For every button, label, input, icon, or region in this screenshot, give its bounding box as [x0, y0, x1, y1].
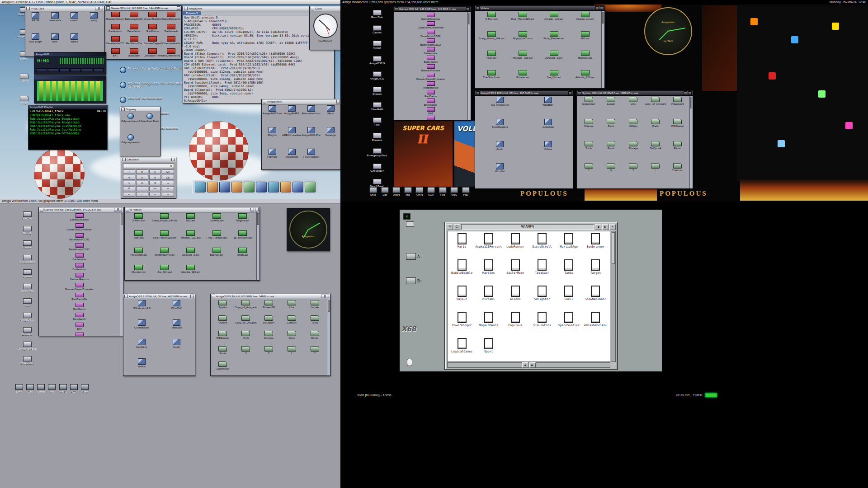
back-arrow-button[interactable] [595, 224, 601, 230]
dock-item[interactable]: Unarc [392, 187, 401, 197]
game-file-icon[interactable]: Aliens [502, 286, 528, 312]
file-icon[interactable]: OS-Version3.9 [476, 97, 524, 118]
file-icon[interactable]: Expansion [212, 361, 234, 375]
file-icon[interactable]: Junkshop [524, 119, 572, 141]
scroll-right-button[interactable] [529, 362, 536, 368]
dock-item[interactable]: Play [461, 187, 471, 197]
playlist-track[interactable]: RobrJazzCatPacyna-Boogietman [30, 117, 106, 121]
video-file-icon[interactable]: MightyJoeY.mov [152, 248, 178, 264]
game-icon[interactable]: BatmanReturns [40, 273, 119, 282]
file-icon[interactable]: Utilities [212, 315, 234, 330]
calc-key-button[interactable]: 4 [123, 175, 135, 179]
video-file-icon[interactable]: Monster.avi [507, 70, 538, 88]
game-icon[interactable]: Chocolate-Heretic-1.0.5 [144, 48, 162, 59]
vertical-scrollbar[interactable] [327, 299, 330, 375]
depth-gadget[interactable] [568, 91, 572, 95]
os39b-titlebar[interactable]: AmigaOS39 3% full, 965.9MB free, 34MB in… [211, 294, 330, 299]
game-file-icon[interactable]: SnowNaKibun! [582, 286, 609, 312]
file-icon[interactable]: WhoBld!! [160, 300, 194, 319]
os39-titlebar[interactable]: AmigaOS3.9 100% full, 0B free, 467.8MB i… [475, 91, 573, 96]
game-icon[interactable]: ConanTheCimmerian [40, 223, 119, 233]
scroll-thumb[interactable] [328, 300, 330, 312]
video-file-icon[interactable]: Batman.avi [570, 51, 600, 70]
game-icon[interactable]: BatmanCapedCrusader [40, 283, 119, 292]
file-icon[interactable]: subq [84, 12, 103, 33]
game-icon[interactable]: Saint&Greavsie [162, 12, 180, 23]
file-icon[interactable]: Trashcan [667, 163, 689, 185]
calc-key-button[interactable]: 0 [123, 186, 135, 191]
game-file-icon[interactable]: AResshaDeIkou [582, 312, 609, 338]
calc-key-button[interactable]: CE [162, 175, 174, 179]
dock-item[interactable]: ACTI [69, 384, 78, 394]
video-file-icon[interactable]: TheGrinch.avi [476, 70, 507, 88]
zoom-gadget[interactable] [684, 91, 687, 95]
file-icon[interactable]: Fonts [600, 141, 622, 163]
desktop-icon[interactable]: AmigaOS39 [363, 71, 391, 86]
depth-gadget[interactable] [255, 208, 259, 211]
prefs-icon[interactable] [268, 182, 279, 192]
dock-item[interactable]: MuI [47, 384, 57, 394]
game-icon[interactable]: CinemawareGamesp [162, 36, 180, 48]
game-icon[interactable]: BenefactorCD32 [395, 30, 467, 38]
calc-key-button[interactable]: 6 [149, 175, 161, 179]
game-icon[interactable]: Battlestorm [395, 56, 467, 64]
video-file-icon[interactable]: Jurassic_3.avi [178, 248, 203, 264]
desktop-icon[interactable]: Temp2 [14, 226, 41, 240]
stop-button[interactable] [71, 68, 81, 72]
calc-key-button[interactable]: 5 [136, 175, 148, 179]
close-gadget[interactable] [263, 100, 266, 103]
file-icon[interactable]: S [235, 346, 257, 361]
file-icon[interactable]: AmigaAMP3.readme [263, 105, 282, 127]
desktop-icon[interactable]: System [363, 87, 391, 102]
game-file-icon[interactable]: LogicalGames [448, 338, 475, 362]
game-file-icon[interactable]: BubbleBobble [448, 259, 475, 286]
calc-key-button[interactable]: +/- [149, 186, 161, 191]
close-gadget[interactable] [476, 6, 480, 10]
game-file-icon[interactable]: SDFighter [529, 286, 556, 312]
game-icon[interactable]: BardsTale [40, 333, 119, 336]
game-file-icon[interactable]: Tatakae! [529, 259, 556, 286]
depth-gadget[interactable] [688, 91, 692, 95]
file-icon[interactable]: OdysseyLauncher [121, 113, 140, 134]
calc-key-button[interactable]: 2 [136, 181, 148, 185]
close-gadget[interactable] [311, 7, 314, 10]
scroll-left-button[interactable] [522, 362, 528, 368]
game-icon[interactable]: RedBaronDe [395, 81, 467, 89]
game-icon[interactable]: ConanTheCimmerian [395, 21, 467, 29]
desktop-icon[interactable]: AmigaOS3.9 [14, 255, 41, 269]
file-icon[interactable]: Expansion [578, 97, 599, 118]
depth-gadget[interactable] [177, 6, 180, 10]
desktop-icon[interactable]: Tempz [363, 41, 391, 56]
playlist-titlebar[interactable]: AmigaAMP Playlist [28, 105, 107, 109]
calc-key-button[interactable]: - [136, 192, 148, 197]
desktop-icon[interactable]: Games [14, 240, 41, 254]
file-icon[interactable]: Storage [622, 141, 644, 163]
file-icon[interactable]: Download Fonts [141, 113, 160, 134]
calc-key-button[interactable]: . [136, 186, 148, 191]
game-icon[interactable]: Battletoads [162, 24, 180, 36]
depth-gadget[interactable] [600, 6, 604, 10]
desktop-icon[interactable]: Drawers [363, 133, 391, 148]
file-icon[interactable]: Rexxc [667, 141, 689, 163]
close-gadget[interactable] [106, 6, 110, 10]
file-icon[interactable]: WBStartup [667, 119, 689, 141]
desktop-icon[interactable]: Games [363, 25, 391, 40]
game-icon[interactable]: BatmanCapedCrusader [144, 36, 162, 48]
game-icon[interactable]: ConanTheCimmerian [144, 12, 162, 23]
file-icon[interactable]: Libs [622, 97, 644, 118]
game-file-icon[interactable]: Target [582, 259, 609, 286]
game-file-icon[interactable]: Powermonger [448, 312, 475, 338]
file-icon[interactable]: fpse plugin [26, 33, 45, 54]
drive-b-icon[interactable]: B: [406, 277, 422, 284]
game-icon[interactable]: Battletoads [40, 253, 119, 263]
video-file-icon[interactable]: Menace_320.avi [507, 51, 538, 70]
calc-key-button[interactable]: × [149, 192, 161, 197]
game-icon[interactable]: BAT [106, 48, 124, 59]
drawer-icon[interactable] [256, 182, 267, 192]
playlist-track[interactable]: RobrJazzCatPacyna-JustMachine [30, 124, 106, 128]
game-file-icon[interactable]: SpaceSoldier [556, 312, 582, 338]
file-icon[interactable]: AmigaAMP3 [282, 105, 301, 127]
video-file-icon[interactable]: Atlantia_320.avi [570, 70, 600, 88]
browser-icon[interactable] [292, 182, 303, 192]
videos-titlebar[interactable]: Videos [475, 6, 604, 11]
